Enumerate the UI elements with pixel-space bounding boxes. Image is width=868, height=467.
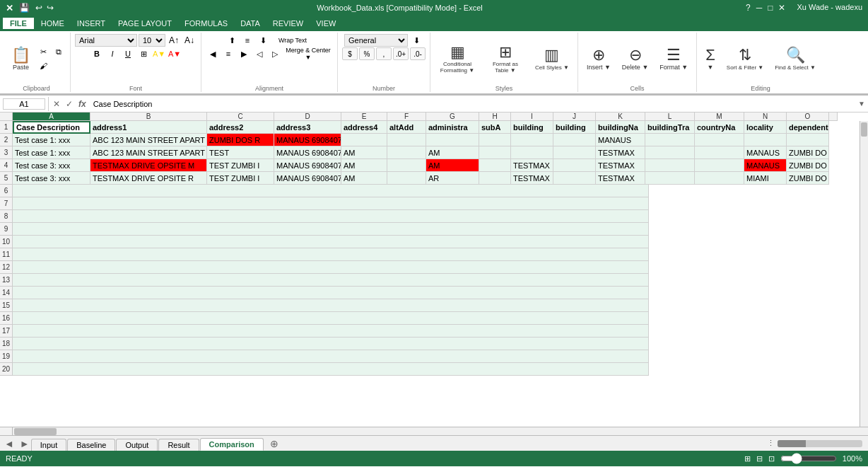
quick-access-redo[interactable]: ↪ xyxy=(47,3,54,13)
bold-button[interactable]: B xyxy=(90,47,104,60)
empty-row-14[interactable] xyxy=(13,287,649,299)
dec-dec-button[interactable]: .0- xyxy=(410,47,426,60)
empty-row-16[interactable] xyxy=(13,312,649,325)
row-header-5[interactable]: 5 xyxy=(0,172,13,185)
row-header-2[interactable]: 2 xyxy=(0,134,13,146)
col-header-o[interactable]: O xyxy=(787,113,829,121)
empty-row-7[interactable] xyxy=(13,197,649,210)
cell-g2[interactable] xyxy=(426,134,479,146)
cell-n3[interactable]: MANAUS xyxy=(744,146,787,159)
menu-home[interactable]: HOME xyxy=(35,18,70,29)
cell-k1[interactable]: buildingNa xyxy=(596,121,645,134)
normal-view-icon[interactable]: ⊞ xyxy=(744,454,751,463)
cell-i5[interactable]: TESTMAX xyxy=(511,172,553,185)
scroll-sheet-right-icon[interactable]: ► xyxy=(18,437,31,451)
cell-reference-box[interactable]: A1 xyxy=(3,98,45,110)
empty-row-19[interactable] xyxy=(13,350,649,363)
menu-file[interactable]: FILE xyxy=(3,18,34,29)
fill-color-button[interactable]: A▼ xyxy=(152,47,166,60)
cell-f1[interactable]: altAdd xyxy=(387,121,426,134)
horizontal-scrollbar[interactable] xyxy=(13,427,860,435)
scroll-thumb-h[interactable] xyxy=(14,428,57,435)
expand-number-button[interactable]: ⬇ xyxy=(409,34,423,47)
indent-inc-button[interactable]: ▷ xyxy=(268,47,282,60)
cell-o2[interactable] xyxy=(787,134,829,146)
col-header-b[interactable]: B xyxy=(90,113,207,121)
page-layout-icon[interactable]: ⊟ xyxy=(756,454,763,463)
cell-g3[interactable]: AM xyxy=(426,146,479,159)
cut-button[interactable]: ✂ xyxy=(36,45,50,58)
empty-row-13[interactable] xyxy=(13,274,649,287)
formula-expand-icon[interactable]: ▼ xyxy=(858,100,865,108)
row-header-1[interactable]: 1 xyxy=(0,121,13,134)
cell-n4[interactable]: MANAUS xyxy=(744,159,787,172)
cell-m5[interactable] xyxy=(695,172,744,185)
cell-g5[interactable]: AR xyxy=(426,172,479,185)
font-color-button[interactable]: A▼ xyxy=(168,47,182,60)
col-header-i[interactable]: I xyxy=(511,113,553,121)
cell-k2[interactable]: MANAUS xyxy=(596,134,645,146)
cell-n1[interactable]: locality xyxy=(744,121,787,134)
scroll-sheet-left-icon[interactable]: ◄ xyxy=(0,437,18,451)
vertical-scrollbar[interactable] xyxy=(860,121,868,427)
cell-c2[interactable]: ZUMBI DOS R xyxy=(207,134,274,146)
minimize-icon[interactable]: ─ xyxy=(756,3,763,13)
conditional-formatting-button[interactable]: ▦ Conditional Formatting ▼ xyxy=(435,42,480,75)
cell-f3[interactable] xyxy=(387,146,426,159)
menu-review[interactable]: REVIEW xyxy=(267,18,309,29)
format-painter-button[interactable]: 🖌 xyxy=(36,59,50,72)
sheet-options-icon[interactable]: ⋮ xyxy=(767,439,775,448)
cell-h2[interactable] xyxy=(479,134,511,146)
cell-o1[interactable]: dependent xyxy=(787,121,829,134)
menu-data[interactable]: DATA xyxy=(235,18,266,29)
cell-h4[interactable] xyxy=(479,159,511,172)
zoom-slider[interactable] xyxy=(780,453,837,464)
insert-button[interactable]: ⊕ Insert ▼ xyxy=(582,45,615,72)
confirm-formula-icon[interactable]: ✓ xyxy=(64,99,74,109)
cell-g1[interactable]: administra xyxy=(426,121,479,134)
cell-m2[interactable] xyxy=(695,134,744,146)
page-break-icon[interactable]: ⊡ xyxy=(768,454,775,463)
col-header-m[interactable]: M xyxy=(695,113,744,121)
cell-b1[interactable]: address1 xyxy=(90,121,207,134)
menu-insert[interactable]: INSERT xyxy=(71,18,111,29)
restore-icon[interactable]: □ xyxy=(768,3,773,13)
cell-k4[interactable]: TESTMAX xyxy=(596,159,645,172)
cell-m1[interactable]: countryNa xyxy=(695,121,744,134)
font-name-select[interactable]: Arial xyxy=(75,34,137,47)
cell-j5[interactable] xyxy=(553,172,596,185)
wrap-text-button[interactable]: Wrap Text xyxy=(271,34,314,47)
increase-font-button[interactable]: A↑ xyxy=(167,34,181,47)
sheet-tab-output[interactable]: Output xyxy=(116,439,158,451)
cell-b3[interactable]: ABC 123 MAIN STREET APART xyxy=(90,146,207,159)
cell-h5[interactable] xyxy=(479,172,511,185)
cell-l5[interactable] xyxy=(645,172,695,185)
format-button[interactable]: ☰ Format ▼ xyxy=(655,45,692,72)
cell-c1[interactable]: address2 xyxy=(207,121,274,134)
col-header-e[interactable]: E xyxy=(341,113,387,121)
align-right-button[interactable]: ▶ xyxy=(237,47,251,60)
cell-d4[interactable]: MANAUS 69084070 xyxy=(274,159,341,172)
cell-j2[interactable] xyxy=(553,134,596,146)
col-header-g[interactable]: G xyxy=(426,113,479,121)
cell-j4[interactable] xyxy=(553,159,596,172)
empty-row-17[interactable] xyxy=(13,325,649,338)
cell-f2[interactable] xyxy=(387,134,426,146)
cell-l3[interactable] xyxy=(645,146,695,159)
cell-h3[interactable] xyxy=(479,146,511,159)
italic-button[interactable]: I xyxy=(105,47,119,60)
cell-i4[interactable]: TESTMAX xyxy=(511,159,553,172)
formula-input[interactable]: Case Description xyxy=(90,99,855,109)
cell-f4[interactable] xyxy=(387,159,426,172)
cell-styles-button[interactable]: ▥ Cell Styles ▼ xyxy=(531,45,573,71)
empty-row-6[interactable] xyxy=(13,185,649,197)
empty-row-15[interactable] xyxy=(13,299,649,312)
merge-center-button[interactable]: Merge & Center ▼ xyxy=(283,47,333,60)
cell-c5[interactable]: TEST ZUMBI I xyxy=(207,172,274,185)
comma-button[interactable]: , xyxy=(376,47,392,60)
decrease-font-button[interactable]: A↓ xyxy=(182,34,197,47)
cell-a5[interactable]: Test case 3: xxx xyxy=(13,172,90,185)
cell-o4[interactable]: ZUMBI DO xyxy=(787,159,829,172)
cell-n2[interactable] xyxy=(744,134,787,146)
cell-f5[interactable] xyxy=(387,172,426,185)
